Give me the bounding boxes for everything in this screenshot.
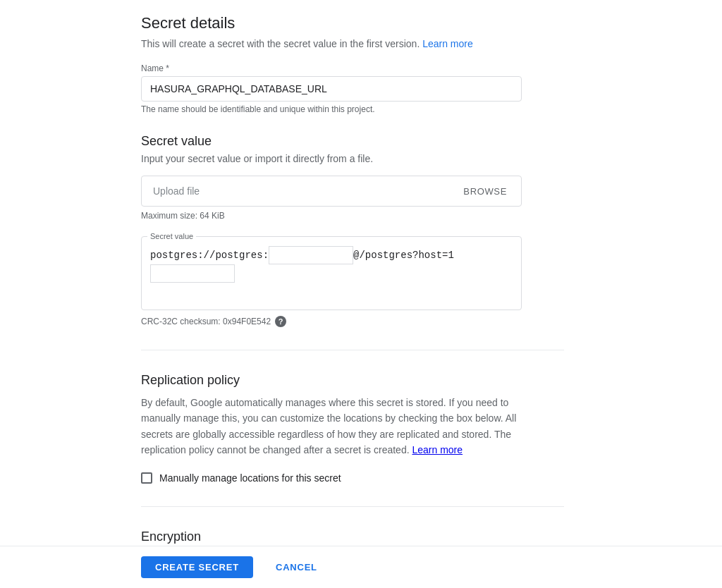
encryption-title: Encryption [141, 529, 694, 544]
checksum-text: CRC-32C checksum: 0x94F0E542 [141, 317, 271, 326]
manually-manage-label[interactable]: Manually manage locations for this secre… [159, 472, 341, 484]
upload-placeholder: Upload file [153, 185, 200, 197]
manually-manage-checkbox[interactable] [141, 472, 152, 484]
secret-value-title: Secret value [141, 134, 694, 149]
replication-description: By default, Google automatically manages… [141, 395, 543, 458]
secret-mid-text: @/postgres?host=1 [353, 250, 454, 261]
manually-manage-checkbox-row: Manually manage locations for this secre… [141, 472, 694, 484]
page-container: Secret details This will create a secret… [0, 0, 722, 588]
cancel-button[interactable]: CANCEL [264, 556, 329, 578]
header-learn-more-link[interactable]: Learn more [422, 38, 473, 49]
secret-prefix-text: postgres://postgres: [150, 250, 269, 261]
divider-1 [141, 350, 564, 350]
name-field-label: Name * [141, 63, 694, 73]
secret-value-description: Input your secret value or import it dir… [141, 153, 694, 164]
name-field-group: Name * The name should be identifiable a… [141, 63, 694, 114]
name-field-hint: The name should be identifiable and uniq… [141, 104, 694, 114]
secret-password-input[interactable] [269, 246, 353, 264]
secret-value-section: Secret value Input your secret value or … [141, 134, 694, 327]
browse-button[interactable]: BROWSE [458, 183, 513, 200]
bottom-action-bar: CREATE SECRET CANCEL [0, 546, 722, 588]
replication-learn-more-link[interactable]: Learn more [412, 444, 463, 455]
header-subtitle: This will create a secret with the secre… [141, 38, 694, 49]
secret-host-input[interactable] [150, 264, 235, 283]
page-title: Secret details [141, 14, 694, 32]
name-input[interactable] [141, 76, 522, 102]
checksum-row: CRC-32C checksum: 0x94F0E542 ? [141, 316, 694, 327]
divider-2 [141, 506, 564, 507]
upload-file-box: Upload file BROWSE [141, 176, 522, 207]
secret-value-fieldset: Secret value postgres://postgres: @/post… [141, 232, 522, 310]
secret-value-input-row: postgres://postgres: @/postgres?host=1 [142, 240, 521, 288]
secret-details-header: Secret details This will create a secret… [141, 14, 694, 49]
secret-value-legend: Secret value [147, 232, 196, 240]
replication-section: Replication policy By default, Google au… [141, 373, 694, 484]
replication-title: Replication policy [141, 373, 694, 388]
max-size-hint: Maximum size: 64 KiB [141, 211, 694, 221]
create-secret-button[interactable]: CREATE SECRET [141, 556, 253, 578]
checksum-help-icon[interactable]: ? [275, 316, 286, 327]
